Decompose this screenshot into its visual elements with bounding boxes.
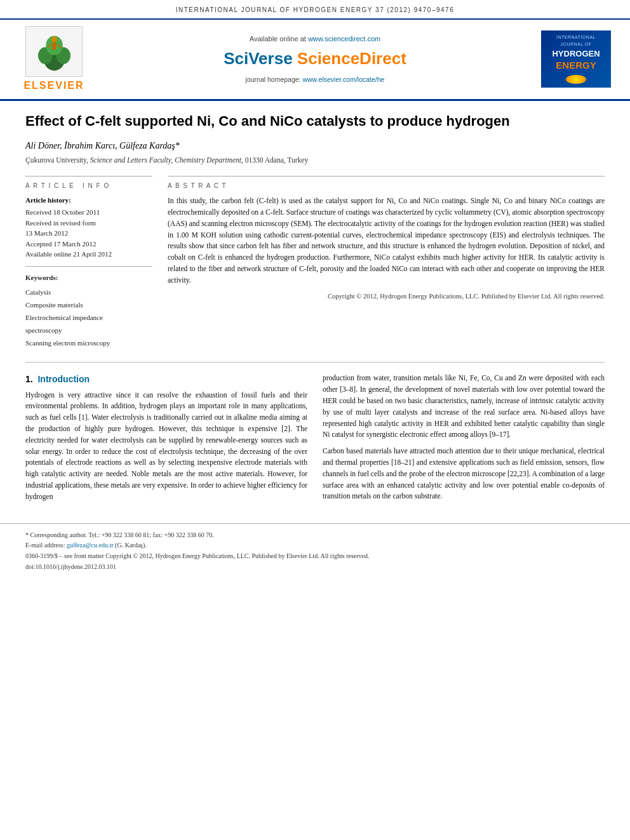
section-divider: [25, 362, 605, 363]
badge-intl-text: International Journal of: [545, 34, 607, 47]
accepted-date: Accepted 17 March 2012: [25, 239, 152, 250]
copyright-text: Copyright © 2012, Hydrogen Energy Public…: [168, 291, 605, 301]
keyword-4: Scanning electron microscopy: [25, 337, 152, 350]
issn-line: 0360-3199/$ – see front matter Copyright…: [25, 550, 605, 561]
received-revised-date: 13 March 2012: [25, 228, 152, 239]
authors: Ali Döner, İbrahim Karcı, Gülfeza Kardaş…: [25, 140, 605, 152]
received-date1: Received 18 October 2011: [25, 207, 152, 218]
right-journal-badge: International Journal of HYDROGEN ENERGY: [535, 30, 617, 88]
section-1-heading: 1. Introduction: [25, 373, 307, 385]
available-online-text: Available online at www.sciencedirect.co…: [108, 34, 522, 44]
svg-point-5: [51, 37, 57, 43]
article-info-panel: A R T I C L E I N F O Article history: R…: [25, 176, 152, 350]
footnote-area: * Corresponding author. Tel.: +90 322 33…: [0, 523, 630, 577]
elsevier-brand-name: ELSEVIER: [23, 78, 84, 93]
keyword-1: Catalysis: [25, 286, 152, 299]
sciverse-sci: SciVerse: [224, 49, 297, 68]
journal-citation: International Journal of Hydrogen Energy…: [176, 6, 454, 13]
keyword-2: Composite materials: [25, 299, 152, 312]
keywords-heading: Keywords:: [25, 272, 152, 284]
journal-top-header: International Journal of Hydrogen Energy…: [0, 0, 630, 20]
svg-rect-6: [52, 43, 56, 50]
sciverse-logo: SciVerse ScienceDirect: [108, 47, 522, 71]
badge-hydrogen: HYDROGEN: [552, 49, 600, 59]
journal-homepage: journal homepage: www.elsevier.com/locat…: [108, 75, 522, 84]
col-right: production from water, transition metals…: [323, 373, 605, 507]
doi-line: doi:10.1016/j.ijhydene.2012.03.101: [25, 561, 605, 572]
article-info-label: A R T I C L E I N F O: [25, 182, 152, 191]
email-note: E-mail address: gulfeza@cu.edu.tr (G. Ka…: [25, 540, 605, 550]
email-link[interactable]: gulfeza@cu.edu.tr: [67, 542, 114, 549]
brand-header: ELSEVIER Available online at www.science…: [0, 20, 630, 101]
dept-text: Science and Letters Faculty, Chemistry D…: [90, 156, 241, 164]
article-title: Effect of C-felt supported Ni, Co and Ni…: [25, 112, 605, 131]
two-col-body: 1. Introduction Hydrogen is very attract…: [25, 373, 605, 507]
keyword-3: Electrochemical impedancespectroscopy: [25, 312, 152, 337]
sciencedirect-link[interactable]: www.sciencedirect.com: [308, 35, 380, 43]
affiliation: Çukurova University, Science and Letters…: [25, 155, 605, 166]
intro-text-left: Hydrogen is very attractive since it can…: [25, 390, 307, 503]
received-revised-label: Received in revised form: [25, 218, 152, 229]
abstract-label: A B S T R A C T: [168, 182, 605, 191]
section-number-1: 1.: [25, 374, 33, 384]
center-brand: Available online at www.sciencedirect.co…: [95, 34, 535, 84]
col-left: 1. Introduction Hydrogen is very attract…: [25, 373, 307, 507]
keywords-list: Keywords: Catalysis Composite materials …: [25, 266, 152, 350]
affiliation-text: Çukurova University, Science and Letters…: [25, 156, 308, 164]
section-intro-heading: Introduction: [37, 374, 90, 384]
elsevier-logo: ELSEVIER: [13, 26, 95, 93]
article-history-label: Article history:: [25, 196, 152, 206]
info-abstract-section: A R T I C L E I N F O Article history: R…: [25, 176, 605, 350]
article-content: Effect of C-felt supported Ni, Co and Ni…: [0, 101, 630, 521]
elsevier-tree-image: [25, 26, 83, 77]
badge-circle-graphic: [566, 75, 586, 84]
journal-homepage-link[interactable]: www.elsevier.com/locate/he: [302, 76, 384, 83]
sciverse-verse: ScienceDirect: [297, 49, 406, 68]
corresponding-author-text: * Corresponding author. Tel.: +90 322 33…: [25, 531, 214, 538]
intro-text-right-2: Carbon based materials have attracted mu…: [323, 446, 605, 502]
available-online-date: Available online 21 April 2012: [25, 249, 152, 260]
abstract-section: A B S T R A C T In this study, the carbo…: [168, 176, 605, 350]
intro-text-right-1: production from water, transition metals…: [323, 373, 605, 441]
abstract-text: In this study, the carbon felt (C-felt) …: [168, 196, 605, 286]
badge-energy: ENERGY: [556, 58, 596, 72]
hydrogen-energy-badge: International Journal of HYDROGEN ENERGY: [541, 30, 611, 88]
corresponding-author-note: * Corresponding author. Tel.: +90 322 33…: [25, 530, 605, 540]
